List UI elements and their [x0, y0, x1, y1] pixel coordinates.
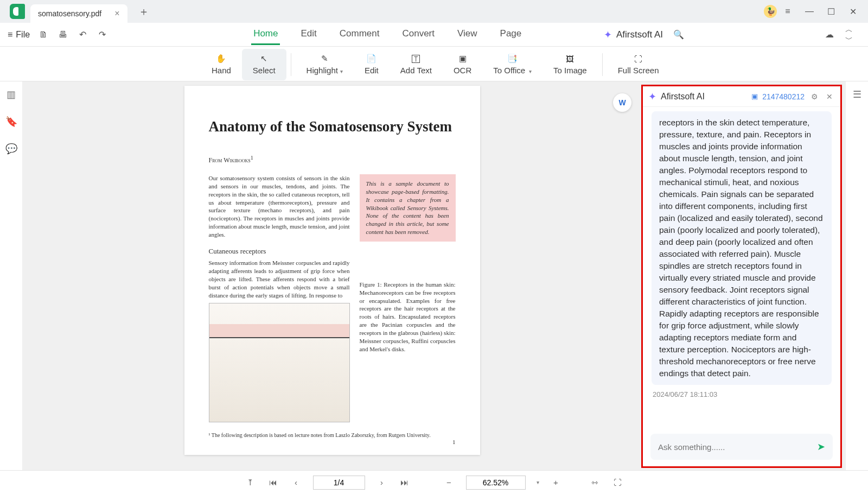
gear-icon[interactable]: ⚙ — [809, 92, 820, 101]
ai-panel-body[interactable]: receptors in the skin detect temperature… — [643, 107, 840, 428]
hand-icon: ✋ — [216, 54, 226, 64]
undo-icon[interactable]: ↶ — [76, 29, 88, 41]
ai-panel-title: Afirstsoft AI — [661, 92, 747, 102]
doc-source: From Wikibooks1 — [209, 155, 456, 164]
doc-subhead: Cutaneous receptors — [209, 246, 350, 256]
ai-panel: ✦ Afirstsoft AI ▣ 2147480212 ⚙ ✕ recepto… — [641, 85, 842, 468]
export-word-button[interactable]: W — [613, 93, 631, 112]
fit-width-icon[interactable]: ⇿ — [589, 477, 601, 489]
redo-icon[interactable]: ↷ — [96, 29, 108, 41]
tool-hand[interactable]: ✋ Hand — [201, 49, 242, 80]
tool-add-text-label: Add Text — [400, 66, 432, 75]
hamburger-menu-icon[interactable]: ≡ — [780, 4, 795, 19]
tab-edit[interactable]: Edit — [298, 24, 318, 45]
window-maximize-icon[interactable]: ☐ — [824, 4, 839, 19]
tool-highlight[interactable]: ✎ Highlight▾ — [296, 49, 354, 80]
next-page-icon[interactable]: › — [376, 477, 388, 489]
ai-input-field[interactable] — [658, 442, 812, 452]
collapse-ribbon-icon[interactable]: ︿﹀ — [845, 25, 857, 45]
zoom-in-icon[interactable]: + — [550, 477, 562, 489]
tool-full-screen-label: Full Screen — [618, 66, 659, 75]
send-icon[interactable]: ➤ — [817, 441, 825, 453]
figure-caption: Figure 1: Receptors in the human skin: M… — [360, 281, 456, 353]
go-end-icon[interactable]: ⏭ — [399, 477, 411, 489]
fullscreen-icon: ⛶ — [634, 54, 642, 64]
tool-add-text[interactable]: 🅃 Add Text — [390, 49, 443, 80]
save-icon[interactable]: 🗎 — [37, 29, 49, 41]
doc-callout: This is a sample document to showcase pa… — [360, 174, 456, 242]
sparkle-icon: ✦ — [648, 91, 656, 103]
cloud-icon[interactable]: ☁ — [824, 29, 835, 41]
go-start-icon[interactable]: ⏮ — [267, 477, 279, 489]
window-minimize-icon[interactable]: — — [802, 4, 817, 19]
close-icon[interactable]: ✕ — [824, 92, 835, 101]
window-close-icon[interactable]: ✕ — [845, 4, 860, 19]
chevron-down-icon: ▾ — [527, 68, 532, 74]
highlighter-icon: ✎ — [321, 54, 328, 64]
workspace: ▥ 🔖 💬 W Anatomy of the Somatosensory Sys… — [0, 81, 868, 470]
tab-view[interactable]: View — [455, 24, 480, 45]
ai-message: receptors in the skin detect temperature… — [652, 111, 832, 385]
tab-close-icon[interactable]: × — [114, 9, 119, 18]
tool-to-office-label: To Office ▾ — [493, 66, 532, 75]
outline-icon[interactable]: ☰ — [851, 88, 864, 101]
print-icon[interactable]: 🖶 — [57, 29, 69, 41]
status-bar: ⤒ ⏮ ‹ › ⏭ − ▾ + ⇿ ⛶ — [0, 470, 868, 494]
fit-page-icon[interactable]: ⛶ — [612, 477, 624, 489]
user-avatar-icon[interactable]: 🦆 — [764, 5, 777, 18]
zoom-out-icon[interactable]: − — [443, 477, 455, 489]
title-bar: somatosensory.pdf × ＋ 🦆 ≡ — ☐ ✕ — [0, 0, 868, 23]
expand-window-icon[interactable]: ▣ — [751, 92, 758, 100]
comments-icon[interactable]: 💬 — [5, 142, 18, 155]
tool-ocr-label: OCR — [454, 66, 471, 75]
tool-edit[interactable]: 📄 Edit — [354, 49, 390, 80]
left-rail: ▥ 🔖 💬 — [0, 81, 23, 470]
bookmark-icon[interactable]: 🔖 — [5, 115, 18, 128]
tab-page[interactable]: Page — [498, 24, 524, 45]
thumbnails-icon[interactable]: ▥ — [5, 88, 18, 101]
ai-brand-button[interactable]: ✦ Afirstsoft AI — [604, 29, 663, 41]
sparkle-icon: ✦ — [604, 29, 612, 41]
tool-to-image-label: To Image — [553, 66, 587, 75]
tool-highlight-label: Highlight▾ — [307, 66, 343, 75]
search-icon[interactable]: 🔍 — [673, 29, 685, 41]
tab-convert[interactable]: Convert — [400, 24, 437, 45]
first-page-icon[interactable]: ⤒ — [245, 477, 257, 489]
to-office-icon: 📑 — [507, 54, 518, 64]
tool-edit-label: Edit — [365, 66, 379, 75]
zoom-input[interactable] — [466, 476, 526, 490]
page-counter-input[interactable] — [313, 476, 365, 490]
new-tab-icon[interactable]: ＋ — [138, 4, 149, 19]
skin-figure — [209, 303, 350, 422]
pdf-page: Anatomy of the Somatosensory System From… — [184, 86, 480, 455]
zoom-dropdown-icon[interactable]: ▾ — [537, 479, 539, 485]
tab-home[interactable]: Home — [251, 24, 280, 45]
tool-to-image[interactable]: 🖼 To Image — [542, 49, 598, 80]
document-viewport[interactable]: W Anatomy of the Somatosensory System Fr… — [23, 81, 641, 470]
ai-input-box[interactable]: ➤ — [650, 434, 833, 460]
doc-footnote: ¹ The following description is based on … — [209, 432, 456, 438]
tool-full-screen[interactable]: ⛶ Full Screen — [607, 49, 670, 80]
tool-ribbon: ✋ Hand ↖ Select ✎ Highlight▾ 📄 Edit 🅃 Ad… — [0, 47, 868, 81]
prev-page-icon[interactable]: ‹ — [290, 477, 302, 489]
tool-select[interactable]: ↖ Select — [242, 49, 286, 80]
chevron-down-icon: ▾ — [340, 68, 343, 74]
document-tab[interactable]: somatosensory.pdf × — [30, 4, 127, 23]
tool-ocr[interactable]: ▣ OCR — [443, 49, 482, 80]
tool-to-office[interactable]: 📑 To Office ▾ — [482, 49, 542, 80]
edit-page-icon: 📄 — [366, 54, 376, 64]
tab-title: somatosensory.pdf — [38, 9, 101, 18]
ai-timestamp: 2024/06/27 18:11:03 — [653, 390, 831, 398]
tab-comment[interactable]: Comment — [337, 24, 382, 45]
ai-panel-header: ✦ Afirstsoft AI ▣ 2147480212 ⚙ ✕ — [643, 86, 840, 107]
menu-bar: ≡ File 🗎 🖶 ↶ ↷ Home Edit Comment Convert… — [0, 23, 868, 47]
right-rail: ☰ — [845, 81, 868, 470]
doc-body1: Sensory information from Meissner corpus… — [209, 259, 350, 299]
app-logo-icon — [10, 4, 25, 19]
main-tabs: Home Edit Comment Convert View Page — [251, 24, 524, 45]
add-text-icon: 🅃 — [412, 54, 420, 64]
hamburger-icon: ≡ — [8, 30, 12, 40]
doc-title: Anatomy of the Somatosensory System — [209, 118, 456, 135]
file-menu-button[interactable]: ≡ File — [8, 30, 30, 40]
ocr-icon: ▣ — [459, 54, 467, 64]
